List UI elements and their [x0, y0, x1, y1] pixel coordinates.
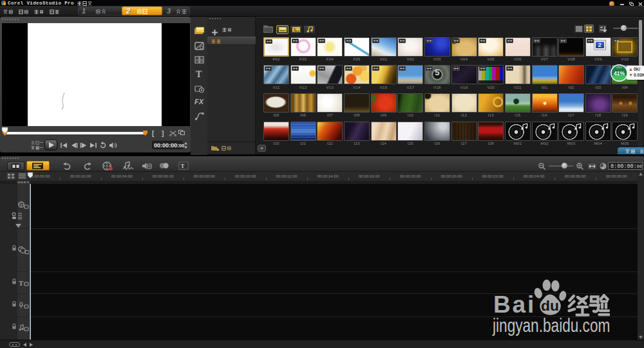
- svg-text:T: T: [181, 163, 185, 169]
- svg-text:A: A: [196, 58, 199, 62]
- svg-text:41%: 41%: [614, 70, 625, 77]
- svg-text:du: du: [541, 297, 559, 314]
- svg-text:B: B: [200, 58, 204, 62]
- svg-text:T: T: [19, 279, 24, 287]
